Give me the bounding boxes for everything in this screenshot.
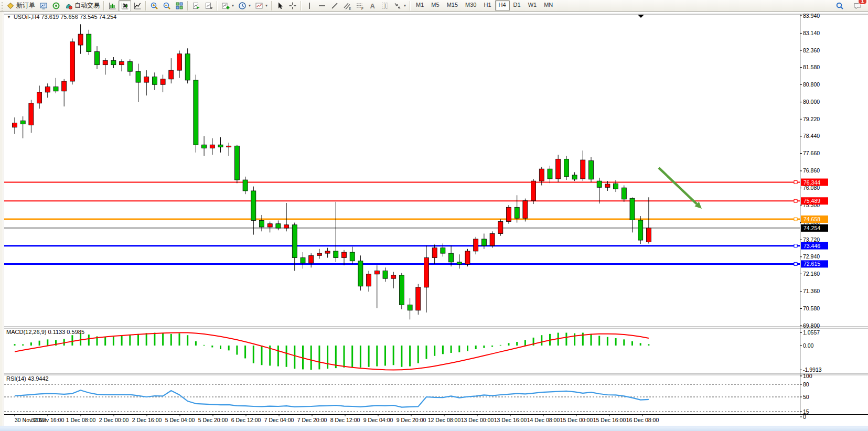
candle-body	[465, 251, 470, 264]
indicators-dropdown[interactable]: ▾	[219, 0, 236, 12]
candle-chart-button[interactable]	[119, 0, 131, 12]
timeframe-button-h1[interactable]: H1	[480, 0, 495, 11]
candle-body	[449, 253, 454, 262]
price-label-box: 74.254	[801, 224, 828, 232]
timeframe-button-w1[interactable]: W1	[524, 0, 541, 11]
cursor-button[interactable]	[274, 0, 286, 12]
candle-body	[301, 257, 305, 263]
channel-icon: E	[343, 2, 351, 10]
timeframe-button-d1[interactable]: D1	[510, 0, 524, 11]
notifications-button[interactable]: 1	[851, 0, 864, 12]
line-chart-icon	[133, 2, 142, 10]
time-tick-label: 16 Dec 08:00	[626, 417, 659, 423]
text-button[interactable]: A	[366, 0, 379, 12]
gold-diamond-icon	[6, 2, 15, 10]
timeframe-button-m5[interactable]: M5	[427, 0, 443, 11]
fibonacci-button[interactable]: F	[353, 0, 366, 12]
price-tick-label: 77.660	[803, 150, 820, 156]
price-tick-label: 72.940	[803, 253, 820, 260]
rsi-axis-label: 0	[803, 414, 806, 420]
timeframe-button-h4[interactable]: H4	[495, 0, 510, 11]
zoom-out-icon	[163, 2, 171, 10]
line-handle[interactable]	[794, 181, 797, 184]
chevron-down-icon[interactable]: ▾	[404, 3, 406, 8]
crosshair-button[interactable]	[286, 0, 299, 12]
new-order-button-label: 新订单	[16, 1, 35, 10]
zoom-out-button[interactable]	[160, 0, 173, 12]
chevron-down-icon[interactable]: ▾	[265, 3, 267, 8]
candle-body	[523, 201, 528, 218]
candle-body	[383, 271, 388, 279]
candle-body	[457, 262, 462, 264]
vertical-line-button[interactable]	[303, 0, 316, 12]
candle-body	[152, 77, 157, 85]
timeframe-button-mn[interactable]: MN	[540, 0, 556, 11]
candle-body	[62, 81, 67, 91]
chart-title-text: USOil-,H4 73.619 75.656 73.545 74.254	[14, 14, 116, 20]
price-tick-label: 69.800	[803, 322, 820, 329]
candle-body	[136, 71, 141, 82]
time-tick-label: 15 Dec 00:00	[560, 417, 593, 423]
bar-chart-button[interactable]	[106, 0, 119, 12]
line-handle[interactable]	[794, 262, 797, 265]
signals-button[interactable]	[50, 0, 62, 12]
autotrading-button[interactable]: 自动交易	[62, 0, 102, 12]
tile-windows-icon	[175, 2, 184, 10]
toolbar-separator	[271, 1, 272, 10]
line-handle[interactable]	[794, 218, 797, 221]
equidistant-channel-button[interactable]: E	[341, 0, 353, 12]
trendline-icon	[330, 2, 339, 10]
zoom-in-button[interactable]	[148, 0, 160, 12]
candle-body	[638, 220, 643, 240]
price-tick-label: 70.580	[803, 305, 820, 311]
status-bar	[0, 426, 868, 431]
price-label-box: 76.344	[801, 179, 828, 186]
candle-body	[424, 257, 429, 287]
open-chart-button[interactable]	[37, 0, 50, 12]
new-order-button[interactable]: 新订单	[4, 0, 37, 12]
text-label-button[interactable]: T	[379, 0, 391, 12]
timeframe-button-m1[interactable]: M1	[412, 0, 427, 11]
autotrading-icon	[65, 2, 73, 10]
periods-dropdown[interactable]: ▾	[236, 0, 253, 12]
line-handle[interactable]	[794, 244, 797, 247]
time-tick-label: 15 Dec 16:00	[593, 417, 626, 423]
timeframe-button-m15[interactable]: M15	[443, 0, 462, 11]
templates-dropdown[interactable]: ▾	[253, 0, 270, 12]
candle-body	[572, 175, 577, 179]
candle-chart-icon	[121, 2, 129, 10]
toolbar-separator	[301, 1, 302, 10]
search-button[interactable]	[833, 0, 846, 12]
macd-axis-label: -1.9913	[803, 367, 822, 373]
arrows-dropdown[interactable]: ▾	[391, 0, 408, 12]
chart-collapse-icon[interactable]: ▼	[7, 15, 11, 19]
candle-body	[498, 222, 503, 234]
vline-icon	[305, 2, 314, 10]
chevron-down-icon[interactable]: ▾	[249, 3, 251, 8]
time-tick-label: 12 Dec 08:00	[428, 417, 461, 423]
hline-icon	[318, 2, 326, 10]
new-chart-button[interactable]	[190, 0, 202, 12]
trendline-button[interactable]	[328, 0, 341, 12]
tile-windows-button[interactable]	[173, 0, 186, 12]
candle-body	[548, 169, 552, 179]
chevron-down-icon[interactable]: ▾	[232, 3, 234, 8]
line-chart-button[interactable]	[131, 0, 144, 12]
horizontal-line-button[interactable]	[316, 0, 328, 12]
line-handle[interactable]	[794, 199, 797, 202]
candle-body	[53, 87, 58, 91]
profiles-button[interactable]	[202, 0, 215, 12]
candle-body	[325, 251, 330, 253]
chart-canvas[interactable]: 83.94083.14082.36081.58080.80080.00079.2…	[0, 12, 868, 431]
time-tick-label: 2 Dec 16:00	[132, 417, 162, 423]
timeframe-button-m30[interactable]: M30	[462, 0, 480, 11]
candle-body	[202, 145, 207, 148]
candle-body	[227, 146, 231, 147]
candle-body	[350, 252, 355, 261]
candle-body	[334, 251, 338, 258]
new-chart-icon	[192, 2, 200, 10]
window-left-border	[0, 12, 4, 431]
time-tick-label: 7 Dec 04:00	[264, 417, 294, 423]
candle-body	[358, 261, 363, 286]
candle-body	[374, 271, 379, 274]
